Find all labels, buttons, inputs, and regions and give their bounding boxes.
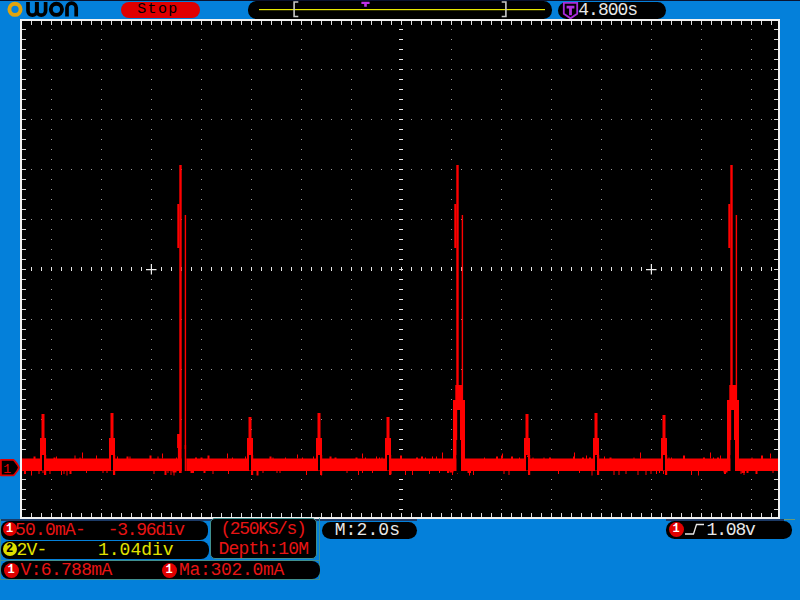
svg-text:1: 1 (3, 462, 11, 477)
